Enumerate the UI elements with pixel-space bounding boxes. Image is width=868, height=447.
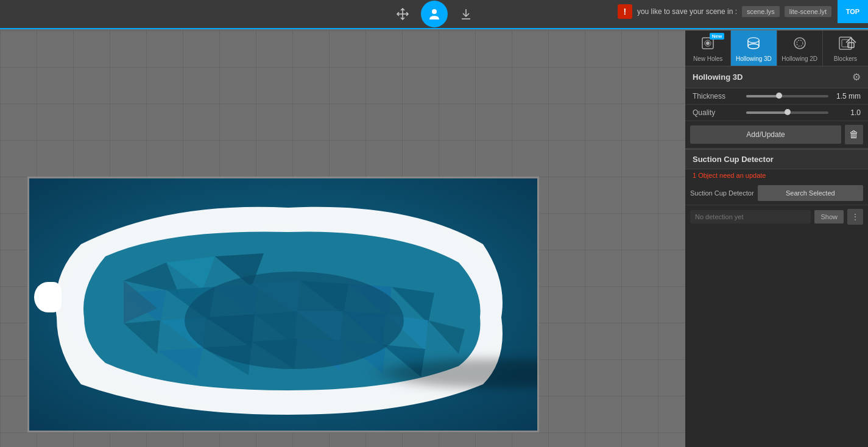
quality-thumb xyxy=(785,109,791,115)
no-detection-action-button[interactable]: ⋮ xyxy=(847,209,863,225)
detector-controls: Suction Cup Detector Search Selected xyxy=(685,181,868,205)
new-badge: New xyxy=(710,33,724,40)
quality-slider[interactable] xyxy=(746,111,828,114)
svg-point-33 xyxy=(706,41,710,45)
3d-viewport[interactable] xyxy=(27,177,539,432)
top-view-button[interactable]: TOP xyxy=(838,0,868,23)
thickness-fill xyxy=(746,95,779,97)
settings-gear-icon[interactable]: ⚙ xyxy=(852,71,861,83)
scene-lys-button[interactable]: scene.lys xyxy=(742,6,780,17)
svg-point-40 xyxy=(794,38,805,49)
detector-label: Suction Cup Detector xyxy=(690,189,754,197)
thickness-value: 1.5 mm xyxy=(833,92,861,100)
quality-fill xyxy=(746,111,788,114)
svg-point-41 xyxy=(797,40,803,46)
hollowing2d-tab-icon xyxy=(792,35,808,54)
lite-scene-button[interactable]: lite-scene.lyt xyxy=(785,6,831,17)
hollowing3d-title: Hollowing 3D xyxy=(693,72,743,82)
tab-hollowing3d[interactable]: Hollowing 3D xyxy=(731,30,777,66)
hollowing3d-section-header: Hollowing 3D ⚙ xyxy=(685,66,868,88)
thickness-thumb xyxy=(776,93,782,99)
tab-hollowing2d[interactable]: Hollowing 2D xyxy=(777,30,823,66)
hollowing3d-tab-label: Hollowing 3D xyxy=(736,55,772,62)
left-handle-blob xyxy=(34,282,62,312)
move-tool-icon[interactable] xyxy=(389,1,416,27)
svg-point-31 xyxy=(185,272,404,369)
no-detection-row: No detection yet Show ⋮ xyxy=(685,205,868,228)
alert-icon: ! xyxy=(618,4,632,19)
svg-point-2 xyxy=(432,9,437,14)
quality-value: 1.0 xyxy=(833,108,861,117)
svg-rect-5 xyxy=(848,43,854,48)
blockers-tab-label: Blockers xyxy=(834,55,857,62)
holes-tab-label: New Holes xyxy=(693,55,722,62)
svg-point-39 xyxy=(748,38,759,43)
suction-cup-header: Suction Cup Detector xyxy=(685,149,868,169)
show-button[interactable]: Show xyxy=(814,210,844,224)
warning-text: 1 Object need an update xyxy=(685,169,868,181)
hollowing2d-tab-label: Hollowing 2D xyxy=(782,55,817,62)
quality-row: Quality 1.0 xyxy=(685,105,868,121)
add-update-button[interactable]: Add/Update xyxy=(690,125,841,144)
canvas-area[interactable] xyxy=(0,30,685,447)
add-update-row: Add/Update 🗑 xyxy=(685,121,868,149)
download-tool-icon[interactable] xyxy=(453,1,479,27)
no-detection-text: No detection yet xyxy=(690,210,811,224)
quality-label: Quality xyxy=(693,108,741,117)
tabs-row: New New Holes Hollowi xyxy=(685,30,868,66)
tab-holes[interactable]: New New Holes xyxy=(685,30,731,66)
delete-button[interactable]: 🗑 xyxy=(845,125,863,144)
svg-point-38 xyxy=(748,44,759,49)
panel-content: Hollowing 3D ⚙ Thickness 1.5 mm Quality … xyxy=(685,66,868,228)
thickness-label: Thickness xyxy=(693,92,741,100)
hollowing3d-tab-icon xyxy=(746,35,761,54)
thickness-row: Thickness 1.5 mm xyxy=(685,88,868,105)
search-selected-button[interactable]: Search Selected xyxy=(758,185,863,201)
alert-message: you like to save your scene in : xyxy=(637,7,737,16)
right-panel: New New Holes Hollowi xyxy=(685,30,868,447)
person-tool-icon[interactable] xyxy=(421,1,448,27)
home-button[interactable] xyxy=(842,34,859,51)
thickness-slider[interactable] xyxy=(746,95,828,97)
alert-bar: ! you like to save your scene in : scene… xyxy=(612,0,838,23)
